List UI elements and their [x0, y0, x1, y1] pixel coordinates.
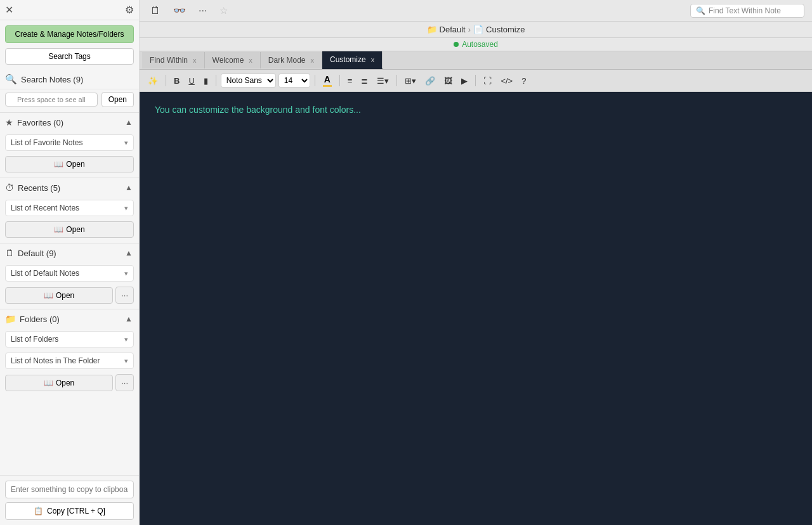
breadcrumb: 📁 Default › 📄 Customize: [140, 22, 812, 38]
table-button[interactable]: ⊞▾: [402, 74, 419, 88]
font-color-button[interactable]: A: [320, 72, 335, 89]
folders-label: Folders (0): [20, 314, 60, 324]
tab-welcome[interactable]: Welcome x: [205, 52, 261, 68]
favorites-collapse-button[interactable]: ▲: [124, 117, 134, 128]
sidebar-top-bar: ✕ ⚙: [0, 0, 139, 20]
fmt-separator-4: [339, 75, 340, 86]
fmt-separator-1: [166, 75, 166, 86]
favorites-header-left: ★ Favorites (0): [5, 117, 63, 127]
media-button[interactable]: ▶: [458, 74, 471, 88]
breadcrumb-separator: ›: [468, 25, 471, 34]
favorites-open-button[interactable]: 📖 Open: [5, 156, 134, 172]
recents-open-button[interactable]: 📖 Open: [5, 221, 134, 238]
chevron-down-icon: ▾: [124, 139, 128, 147]
gear-icon[interactable]: ⚙: [125, 4, 134, 16]
favorites-section-header: ★ Favorites (0) ▲: [0, 112, 139, 132]
breadcrumb-folder-icon: 📁: [427, 25, 437, 34]
tabs-bar: Find Within x Welcome x Dark Mode x Cust…: [140, 51, 812, 70]
default-header-left: 🗒 Default (9): [5, 248, 56, 258]
folders-header-left: 📁 Folders (0): [5, 314, 60, 324]
tab-find-within[interactable]: Find Within x: [142, 52, 205, 68]
recents-header-left: ⏱ Recents (5): [5, 183, 60, 193]
help-button[interactable]: ?: [518, 74, 529, 88]
star-icon-button[interactable]: ☆: [216, 3, 231, 18]
default-open-row: 📖 Open ···: [5, 287, 134, 304]
search-open-button[interactable]: Open: [102, 92, 134, 107]
favorites-list-label: List of Favorite Notes: [11, 138, 82, 147]
sidebar: ✕ ⚙ Create & Manage Notes/Folders Search…: [0, 0, 140, 525]
recents-collapse-button[interactable]: ▲: [124, 182, 134, 193]
tab-welcome-close[interactable]: x: [249, 56, 252, 64]
autosaved-dot: [454, 42, 459, 47]
tab-find-within-label: Find Within: [150, 56, 188, 65]
default-open-button[interactable]: 📖 Open: [5, 287, 113, 304]
file-icon: 🗒: [5, 248, 14, 258]
folder-notes-label: List of Notes in The Folder: [11, 356, 100, 365]
magic-format-button[interactable]: ✨: [145, 74, 161, 88]
autosaved-bar: Autosaved: [140, 38, 812, 51]
link-button[interactable]: 🔗: [422, 74, 438, 88]
tab-dark-mode-close[interactable]: x: [311, 56, 315, 64]
clipboard-input[interactable]: [5, 481, 134, 498]
font-size-select[interactable]: 14: [278, 74, 310, 88]
default-list-label: List of Default Notes: [11, 269, 79, 278]
underline-button[interactable]: U: [185, 74, 197, 88]
search-subrow: Press space to see all Open: [0, 89, 139, 112]
breadcrumb-folder-label[interactable]: Default: [440, 25, 466, 34]
clock-icon: ⏱: [5, 183, 14, 193]
favorites-open-row: 📖 Open: [5, 156, 134, 172]
tab-customize[interactable]: Customize x: [322, 51, 383, 69]
default-collapse-button[interactable]: ▲: [124, 247, 134, 259]
font-color-A: A: [324, 74, 331, 84]
favorites-open-label: Open: [66, 160, 84, 169]
star-icon: ★: [5, 117, 13, 127]
tab-customize-close[interactable]: x: [371, 56, 375, 63]
recents-open-row: 📖 Open: [5, 221, 134, 238]
find-text-bar[interactable]: 🔍 Find Text Within Note: [690, 4, 804, 18]
default-open-label: Open: [56, 291, 74, 300]
folders-open-button[interactable]: 📖 Open: [5, 375, 113, 391]
folders-more-button[interactable]: ···: [115, 374, 134, 391]
favorites-list-dropdown[interactable]: List of Favorite Notes ▾: [5, 134, 134, 151]
unordered-list-button[interactable]: ≡: [344, 74, 356, 88]
clipboard-section: 📋 Copy [CTRL + Q]: [0, 475, 139, 525]
folder-icon: 📁: [5, 314, 16, 324]
autosaved-label: Autosaved: [462, 40, 498, 49]
tab-dark-mode[interactable]: Dark Mode x: [261, 52, 322, 68]
notes-icon-button[interactable]: 🗒: [147, 3, 164, 18]
tab-welcome-label: Welcome: [213, 56, 244, 65]
search-notes-label: Search Notes (9): [21, 75, 83, 84]
folders-list-label: List of Folders: [11, 335, 58, 344]
chevron-down-icon: ▾: [124, 269, 128, 278]
image-button[interactable]: 🖼: [441, 74, 455, 88]
font-family-select[interactable]: Noto Sans: [221, 74, 276, 88]
search-tags-button[interactable]: Search Tags: [5, 48, 134, 65]
align-button[interactable]: ☰▾: [374, 74, 392, 88]
breadcrumb-note-label[interactable]: Customize: [486, 25, 525, 34]
fullscreen-button[interactable]: ⛶: [480, 74, 495, 88]
book-icon: 📖: [54, 225, 63, 234]
glasses-icon-button[interactable]: 👓: [170, 3, 189, 18]
folders-list-dropdown[interactable]: List of Folders ▾: [5, 331, 134, 347]
press-space-hint: Press space to see all: [5, 93, 98, 107]
copy-button[interactable]: 📋 Copy [CTRL + Q]: [5, 502, 134, 520]
bold-button[interactable]: B: [171, 74, 183, 88]
folder-notes-dropdown[interactable]: List of Notes in The Folder ▾: [5, 353, 134, 369]
ordered-list-button[interactable]: ≣: [358, 74, 371, 88]
fmt-separator-2: [216, 75, 216, 86]
highlight-button[interactable]: ▮: [200, 74, 211, 88]
more-icon-button[interactable]: ···: [195, 3, 210, 18]
tab-find-within-close[interactable]: x: [193, 56, 197, 64]
default-list-dropdown[interactable]: List of Default Notes ▾: [5, 265, 134, 282]
book-icon: 📖: [44, 291, 53, 300]
chevron-down-icon: ▾: [124, 357, 128, 365]
recents-list-dropdown[interactable]: List of Recent Notes ▾: [5, 200, 134, 216]
chevron-down-icon: ▾: [124, 204, 128, 212]
create-manage-button[interactable]: Create & Manage Notes/Folders: [5, 25, 134, 43]
editor-area[interactable]: You can customize the background and fon…: [140, 92, 812, 525]
code-button[interactable]: </>: [497, 74, 516, 88]
format-toolbar: ✨ B U ▮ Noto Sans 14 A ≡ ≣ ☰▾ ⊞▾ 🔗 🖼 ▶ ⛶…: [140, 70, 812, 92]
close-icon[interactable]: ✕: [5, 4, 13, 16]
default-more-button[interactable]: ···: [115, 287, 134, 304]
folders-collapse-button[interactable]: ▲: [124, 313, 134, 325]
